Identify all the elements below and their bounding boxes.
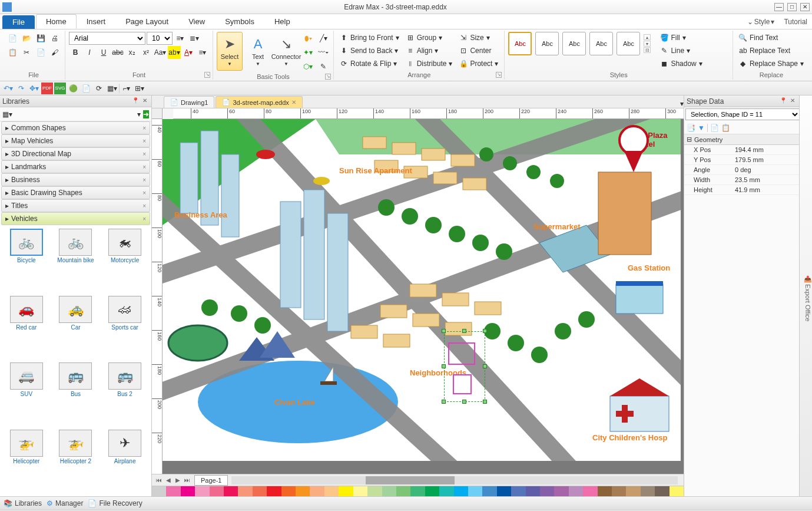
color-swatch[interactable] xyxy=(339,486,353,496)
menu-view[interactable]: View xyxy=(178,14,215,29)
color-swatch[interactable] xyxy=(166,486,180,496)
center-button[interactable]: ⊡Center xyxy=(457,45,501,57)
shape2-button[interactable]: ✦▾ xyxy=(301,46,314,59)
orb-button[interactable]: 🟢 xyxy=(67,83,79,94)
lib-go-button[interactable]: ➜ xyxy=(143,110,149,118)
shape1-button[interactable]: ⬮▾ xyxy=(301,32,314,45)
shape-bus[interactable]: 🚌Bus xyxy=(53,362,99,426)
color-swatch[interactable] xyxy=(238,486,252,496)
grid-button[interactable]: ▦▾ xyxy=(106,83,118,94)
tutorial-link[interactable]: Tutorial xyxy=(779,14,812,29)
shape-suv[interactable]: 🚐SUV xyxy=(4,362,49,426)
menu-home[interactable]: Home xyxy=(36,14,77,29)
style-preset-5[interactable]: Abc xyxy=(617,32,640,55)
font-color-button[interactable]: A▾ xyxy=(182,46,195,59)
format-painter-button[interactable]: 🖌 xyxy=(48,46,61,59)
bullets-button[interactable]: ≡▾ xyxy=(174,32,187,45)
select-tool[interactable]: ➤Select▼ xyxy=(217,32,243,71)
bottom-tab-libraries[interactable]: 📚Libraries xyxy=(4,499,42,507)
color-swatch[interactable] xyxy=(195,486,209,496)
color-swatch[interactable] xyxy=(382,486,396,496)
maximize-button[interactable]: □ xyxy=(787,3,797,11)
lib-category-titles[interactable]: ▸Titles× xyxy=(1,199,150,212)
color-swatch[interactable] xyxy=(396,486,410,496)
color-swatch[interactable] xyxy=(511,486,525,496)
color-swatch[interactable] xyxy=(540,486,554,496)
lib-category-basic-drawing-shapes[interactable]: ▸Basic Drawing Shapes× xyxy=(1,186,150,199)
sd-btn1[interactable]: 📑 xyxy=(687,124,695,132)
shape-motorcycle[interactable]: 🏍Motorcycle xyxy=(102,229,148,292)
fill-button[interactable]: 🪣Fill▾ xyxy=(658,32,704,44)
color-swatch[interactable] xyxy=(181,486,195,496)
canvas[interactable]: Business Area Sun Rise Apartment Superma… xyxy=(163,119,684,474)
color-swatch[interactable] xyxy=(670,486,684,496)
page-tab-1[interactable]: Page-1 xyxy=(194,475,228,486)
shape-bicycle[interactable]: 🚲Bicycle xyxy=(4,229,49,292)
superscript-button[interactable]: x² xyxy=(140,46,153,59)
minimize-button[interactable]: — xyxy=(774,3,784,11)
replace-shape-button[interactable]: ◆Replace Shape▾ xyxy=(737,58,806,70)
color-swatch[interactable] xyxy=(224,486,238,496)
pdf-button[interactable]: PDF xyxy=(41,83,53,94)
prop-angle[interactable]: Angle0 deg xyxy=(684,165,799,175)
pin-icon[interactable]: 📍 xyxy=(131,97,140,106)
underline-button[interactable]: U xyxy=(97,46,110,59)
replace-text-button[interactable]: abReplace Text xyxy=(737,45,806,57)
doc-tab-2[interactable]: 📄3d-street-map.eddx✕ xyxy=(216,96,302,108)
pencil-tool[interactable]: ✎ xyxy=(317,60,330,73)
close-icon[interactable]: ✕ xyxy=(788,97,797,106)
color-swatch[interactable] xyxy=(626,486,640,496)
subscript-button[interactable]: x₂ xyxy=(125,46,138,59)
prop-height[interactable]: Height41.9 mm xyxy=(684,185,799,195)
color-swatch[interactable] xyxy=(583,486,597,496)
lib-category-business[interactable]: ▸Business× xyxy=(1,173,150,186)
page-first[interactable]: ⏮ xyxy=(154,477,164,483)
font-size-select[interactable]: 10 xyxy=(147,32,173,45)
lib-category-landmarks[interactable]: ▸Landmarks× xyxy=(1,160,150,173)
color-swatch[interactable] xyxy=(152,486,166,496)
find-text-button[interactable]: 🔍Find Text xyxy=(737,32,806,44)
curve-tool[interactable]: 〰▾ xyxy=(317,46,330,59)
lib-dropdown[interactable]: ▾ xyxy=(137,110,141,118)
pin-icon[interactable]: 📍 xyxy=(779,97,787,106)
shape-mountain-bike[interactable]: 🚲Mountain bike xyxy=(53,229,99,292)
connector-tool[interactable]: ↘Connector▼ xyxy=(273,32,299,71)
selection-box[interactable] xyxy=(444,331,485,402)
color-swatch[interactable] xyxy=(598,486,612,496)
save-button[interactable]: 💾 xyxy=(34,32,47,45)
color-swatch[interactable] xyxy=(425,486,439,496)
highlight-button[interactable]: ab▾ xyxy=(168,46,181,59)
sd-btn4[interactable]: 📋 xyxy=(721,124,730,132)
shape-bus-2[interactable]: 🚌Bus 2 xyxy=(102,362,148,426)
send-back-button[interactable]: ⬇Send to Back▾ xyxy=(337,45,402,57)
new-button[interactable]: 📄 xyxy=(6,32,19,45)
svg-button[interactable]: SVG xyxy=(54,83,66,94)
corner-button[interactable]: ⌐▾ xyxy=(121,83,132,94)
style-preset-1[interactable]: Abc xyxy=(508,32,532,55)
open-button[interactable]: 📂 xyxy=(20,32,33,45)
color-swatch[interactable] xyxy=(655,486,669,496)
lib-category-vehicles[interactable]: ▸Vehicles× xyxy=(1,212,150,225)
paste-button[interactable]: 📄 xyxy=(34,46,47,59)
color-swatch[interactable] xyxy=(324,486,339,496)
italic-button[interactable]: I xyxy=(83,46,96,59)
page-last[interactable]: ⏭ xyxy=(183,477,192,483)
bold-button[interactable]: B xyxy=(69,46,82,59)
shape-red-car[interactable]: 🚗Red car xyxy=(4,296,49,360)
color-swatch[interactable] xyxy=(526,486,540,496)
lib-category-3d-directional-map[interactable]: ▸3D Directional Map× xyxy=(1,147,150,160)
h-scrollbar[interactable] xyxy=(231,476,678,484)
font-dialog-launcher[interactable]: ↘ xyxy=(204,72,210,78)
close-button[interactable]: ✕ xyxy=(800,3,810,11)
style-up[interactable]: ▴ xyxy=(644,34,651,40)
case-button[interactable]: Aa▾ xyxy=(154,46,167,59)
arrange-dialog-launcher[interactable]: ↘ xyxy=(496,72,502,78)
color-swatch[interactable] xyxy=(468,486,482,496)
doc-tab-1[interactable]: 📄Drawing1 xyxy=(164,96,214,108)
shape-helicopter[interactable]: 🚁Helicopter xyxy=(4,430,49,493)
shape-car[interactable]: 🚕Car xyxy=(53,296,99,360)
color-swatch[interactable] xyxy=(410,486,425,496)
prop-width[interactable]: Width23.5 mm xyxy=(684,175,799,185)
tools-dialog-launcher[interactable]: ↘ xyxy=(325,74,331,80)
style-more[interactable]: ⊟ xyxy=(644,47,651,53)
